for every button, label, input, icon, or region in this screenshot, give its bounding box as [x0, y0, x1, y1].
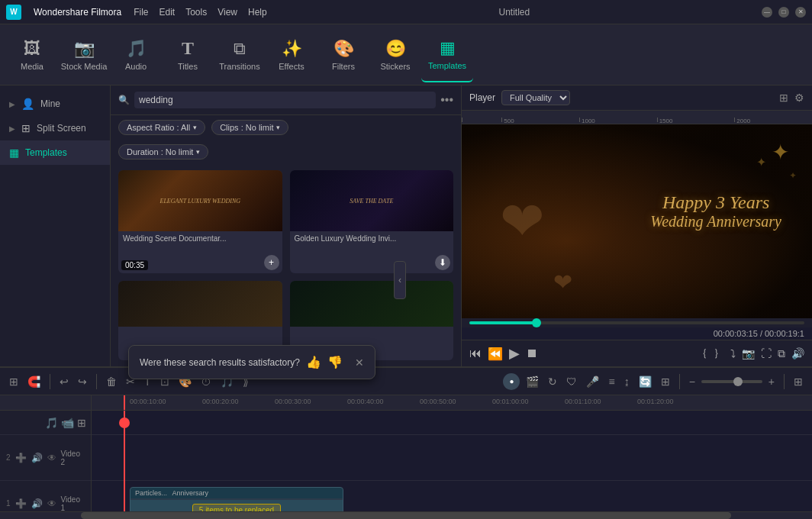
tool-transitions[interactable]: ⧉ Transitions [214, 27, 266, 82]
timeline-btn-7[interactable]: ↨ [621, 374, 633, 389]
track-row-video2 [92, 435, 812, 481]
track1-add[interactable]: ➕ [15, 498, 27, 509]
tool-effects[interactable]: ✨ Effects [266, 27, 317, 82]
scrollbar-thumb[interactable] [81, 512, 730, 519]
menu-tools[interactable]: Tools [185, 7, 207, 18]
minimize-button[interactable]: — [762, 7, 772, 18]
clips-filter[interactable]: Clips : No limit ▾ [211, 120, 288, 135]
add-track-more[interactable]: ⊞ [77, 417, 86, 429]
track-num-1: 1 [6, 499, 11, 508]
panel-collapse-button[interactable]: ‹ [394, 261, 406, 299]
menu-file[interactable]: File [134, 7, 148, 18]
thumbdown-button[interactable]: 👎 [327, 355, 343, 369]
insert-button[interactable]: ⤵ [730, 347, 736, 360]
track2-mute[interactable]: 🔊 [31, 453, 43, 463]
player-controls: ⏮ ⏪ ▶ ⏹ ｛ ｝ ⤵ 📷 ⛶ ⧉ 🔊 [462, 340, 812, 366]
current-time: 00:00:03:15 [714, 329, 758, 338]
add-audio-track[interactable]: 🎵 [45, 417, 58, 429]
player-video: ❤ ❤ ✦ ✦ ✦ Happy 3 Years Wedding Annivers… [462, 124, 812, 318]
more-options-icon[interactable]: ••• [440, 93, 453, 107]
tool-templates[interactable]: ▦ Templates [421, 27, 473, 82]
sidebar-item-split-screen[interactable]: ▶ ⊞ Split Screen [0, 116, 110, 140]
timeline-btn-8[interactable]: 🔄 [636, 374, 655, 389]
clip-title: Particles... [135, 489, 167, 497]
stop-button[interactable]: ⏹ [526, 345, 538, 362]
template-card-2[interactable]: SAVE THE DATE ⬇ Golden Luxury Wedding In… [290, 170, 454, 273]
track1-mute[interactable]: 🔊 [31, 498, 43, 509]
sidebar-item-mine[interactable]: ▶ 👤 Mine [0, 92, 110, 116]
timeline-btn-9[interactable]: ⊞ [658, 374, 673, 389]
add-video-track[interactable]: 📹 [61, 417, 74, 429]
template-title-3 [118, 327, 282, 333]
track2-eye[interactable]: 👁 [47, 453, 56, 463]
player-area: Player Full Quality ⊞ ⚙ 500 1000 1500 20… [462, 85, 812, 366]
timeline-btn-4[interactable]: 🛡 [563, 374, 580, 389]
duration-filter[interactable]: Duration : No limit ▾ [118, 144, 208, 160]
video-clip[interactable]: Particles... Anniversary 5 items to be r… [130, 487, 343, 511]
timeline-btn-3[interactable]: ↻ [545, 374, 560, 389]
undo-button[interactable]: ↩ [56, 374, 72, 389]
sidebar-item-templates[interactable]: ▦ Templates [0, 140, 110, 165]
ruler-time-8: 00:01:20:00 [637, 398, 674, 405]
feedback-close-button[interactable]: ✕ [355, 356, 364, 369]
volume-button[interactable]: 🔊 [791, 347, 804, 360]
play-button[interactable]: ▶ [509, 345, 520, 362]
progress-bar[interactable] [469, 321, 804, 324]
timeline-btn-2[interactable]: 🎬 [523, 374, 542, 389]
tool-filters[interactable]: 🎨 Filters [317, 27, 369, 82]
aspect-ratio-filter[interactable]: Aspect Ratio : All ▾ [118, 120, 205, 135]
track2-add[interactable]: ➕ [15, 453, 27, 463]
video-heart-large: ❤ [500, 190, 545, 253]
mark-in-button[interactable]: ｛ [697, 347, 707, 360]
close-button[interactable]: ✕ [795, 7, 806, 18]
template-dl-2[interactable]: ⬇ [435, 255, 450, 270]
tool-stock-media-label: Stock Media [61, 62, 108, 71]
redo-button[interactable]: ↪ [75, 374, 90, 389]
zoom-out-button[interactable]: − [686, 374, 698, 389]
player-settings-icon[interactable]: ⚙ [794, 92, 804, 104]
tool-stickers[interactable]: 😊 Stickers [369, 27, 421, 82]
snapshot-button[interactable]: 📷 [742, 347, 755, 360]
menu-help[interactable]: Help [248, 7, 267, 18]
template-thumb-3 [118, 281, 282, 327]
template-add-1[interactable]: + [264, 255, 279, 270]
quality-select[interactable]: Full Quality [501, 90, 570, 105]
fullscreen-button[interactable]: ⛶ [761, 347, 772, 360]
zoom-slider[interactable] [701, 380, 762, 383]
tool-stock-media[interactable]: 📷 Stock Media [58, 27, 110, 82]
step-back-button[interactable]: ⏮ [469, 345, 482, 362]
timeline-scrollbar[interactable] [0, 511, 812, 519]
track-label-video2: 2 ➕ 🔊 👁 Video 2 [0, 435, 91, 481]
track-row-video1: Particles... Anniversary 5 items to be r… [92, 481, 812, 511]
pip-button[interactable]: ⧉ [778, 347, 785, 360]
delete-button[interactable]: 🗑 [103, 374, 120, 389]
stock-media-icon: 📷 [74, 39, 95, 59]
template-card-1[interactable]: ELEGANT LUXURY WEDDING 00:35 + Wedding S… [118, 170, 282, 273]
mark-out-button[interactable]: ｝ [714, 347, 724, 360]
maximize-button[interactable]: □ [778, 7, 789, 18]
main-toolbar: 🖼 Media 📷 Stock Media 🎵 Audio T Titles ⧉… [0, 24, 812, 85]
timeline-magnet-button[interactable]: 🧲 [24, 374, 44, 389]
grid-view-icon[interactable]: ⊞ [779, 92, 788, 104]
menu-view[interactable]: View [218, 7, 237, 18]
progress-handle[interactable] [532, 318, 541, 327]
template-title-1: Wedding Scene Documentar... [118, 231, 282, 246]
tool-audio[interactable]: 🎵 Audio [110, 27, 162, 82]
menu-edit[interactable]: Edit [160, 7, 176, 18]
zoom-in-button[interactable]: + [765, 374, 778, 389]
timeline-btn-5[interactable]: 🎤 [583, 374, 602, 389]
rewind-button[interactable]: ⏪ [488, 345, 503, 362]
track1-eye[interactable]: 👁 [47, 498, 56, 509]
filter-row-1: Aspect Ratio : All ▾ Clips : No limit ▾ [111, 115, 461, 140]
clip-body: 5 items to be replaced [130, 500, 343, 511]
zoom-thumb[interactable] [733, 377, 743, 386]
timeline-btn-6[interactable]: ≡ [605, 374, 617, 389]
timeline-btn-1[interactable]: ● [503, 373, 520, 390]
timeline-scene-button[interactable]: ⊞ [6, 374, 21, 389]
tool-media[interactable]: 🖼 Media [6, 27, 58, 82]
grid-layout-button[interactable]: ⊞ [791, 374, 806, 389]
ruler-mark-4: 2000 [734, 118, 812, 122]
thumbup-button[interactable]: 👍 [306, 355, 321, 369]
tool-titles[interactable]: T Titles [162, 27, 214, 82]
search-input[interactable] [134, 92, 436, 108]
